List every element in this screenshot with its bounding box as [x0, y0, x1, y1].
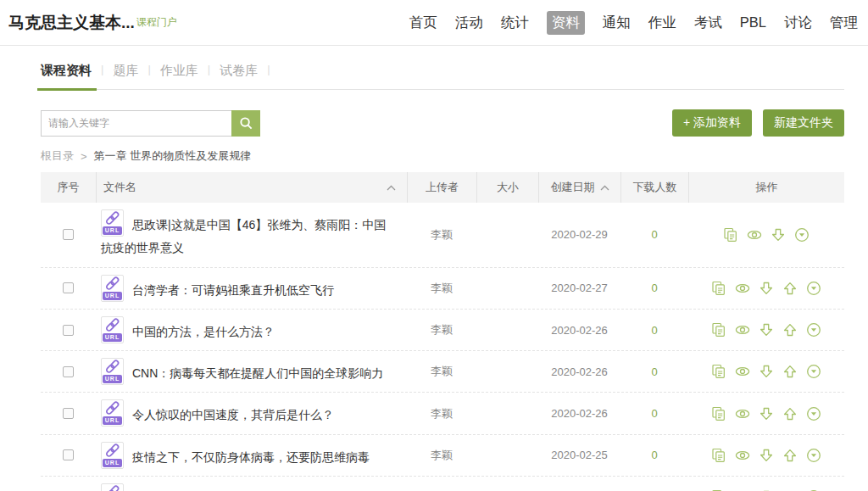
- arrow-up-icon[interactable]: [782, 406, 798, 421]
- new-folder-button[interactable]: 新建文件夹: [763, 109, 844, 137]
- file-name-link[interactable]: 台湾学者：可请妈祖乘直升机低空飞行: [132, 283, 334, 297]
- row-date-cell: 2020-02-26: [538, 407, 620, 420]
- more-dropdown-icon[interactable]: [806, 448, 821, 463]
- tab[interactable]: 试卷库: [220, 63, 258, 89]
- column-date-label: 创建日期: [551, 180, 595, 195]
- row-uploader-cell: 李颖: [407, 406, 476, 421]
- more-dropdown-icon[interactable]: [794, 227, 810, 243]
- arrow-down-icon[interactable]: [759, 322, 774, 338]
- breadcrumb-root[interactable]: 根目录: [41, 148, 74, 164]
- preview-eye-icon[interactable]: [735, 364, 750, 379]
- search-button[interactable]: [231, 110, 260, 137]
- arrow-up-icon[interactable]: [782, 281, 798, 296]
- url-badge: URL: [103, 333, 122, 342]
- nav-item[interactable]: PBL: [740, 14, 766, 31]
- row-filename-cell: URL 思政课|这就是中国【46】张维为、蔡雨阳：中国抗疫的世界意义: [96, 209, 407, 260]
- preview-eye-icon[interactable]: [735, 406, 750, 421]
- nav-item[interactable]: 通知: [603, 14, 631, 32]
- column-date[interactable]: 创建日期: [538, 172, 620, 203]
- preview-eye-icon[interactable]: [735, 448, 750, 463]
- copy-icon[interactable]: [711, 322, 726, 338]
- row-actions-cell: [688, 448, 844, 463]
- row-uploader-cell: 李颖: [407, 322, 476, 338]
- nav-item[interactable]: 资料: [547, 11, 585, 35]
- row-uploader-cell: 李颖: [407, 281, 476, 296]
- search-input[interactable]: [41, 110, 231, 137]
- add-material-button[interactable]: + 添加资料: [672, 109, 752, 137]
- row-date-cell: 2020-02-25: [538, 449, 620, 461]
- row-actions-cell: [688, 281, 844, 296]
- more-dropdown-icon[interactable]: [806, 406, 821, 421]
- row-actions-cell: [688, 406, 844, 421]
- nav-item[interactable]: 管理: [830, 14, 858, 32]
- arrow-down-icon[interactable]: [759, 281, 774, 296]
- arrow-up-icon[interactable]: [782, 322, 798, 338]
- arrow-down-icon[interactable]: [759, 406, 774, 421]
- tab[interactable]: 作业库: [160, 63, 198, 89]
- url-file-icon: URL: [101, 358, 124, 385]
- preview-eye-icon[interactable]: [735, 281, 750, 296]
- tab[interactable]: 课程资料: [41, 63, 92, 89]
- row-checkbox[interactable]: [63, 325, 74, 336]
- row-downloads-cell: 0: [620, 449, 688, 461]
- row-downloads-cell: 0: [620, 324, 688, 337]
- copy-icon[interactable]: [711, 406, 726, 421]
- file-name-link[interactable]: CNN：病毒每天都在提醒人们中国的全球影响力: [132, 366, 383, 380]
- nav-item[interactable]: 考试: [694, 14, 722, 32]
- copy-icon[interactable]: [723, 227, 738, 243]
- arrow-down-icon[interactable]: [771, 227, 786, 243]
- row-filename-cell: URL 台湾学者：可请妈祖乘直升机低空飞行: [96, 275, 407, 302]
- row-date-cell: 2020-02-26: [538, 365, 620, 378]
- arrow-up-icon[interactable]: [782, 364, 798, 379]
- copy-icon[interactable]: [711, 364, 726, 379]
- row-checkbox[interactable]: [63, 449, 74, 460]
- arrow-up-icon[interactable]: [782, 448, 798, 463]
- tab-separator: |: [138, 63, 159, 89]
- nav-item[interactable]: 统计: [501, 14, 529, 32]
- nav-item[interactable]: 讨论: [784, 14, 812, 32]
- row-actions-cell: [688, 364, 844, 379]
- row-checkbox[interactable]: [63, 229, 74, 240]
- url-file-icon: URL: [101, 442, 124, 469]
- table-body: URL 思政课|这就是中国【46】张维为、蔡雨阳：中国抗疫的世界意义 李颖 20…: [41, 203, 844, 491]
- more-dropdown-icon[interactable]: [806, 364, 821, 379]
- row-filename-cell: URL 令人惊叹的中国速度，其背后是什么？: [96, 399, 407, 427]
- more-dropdown-icon[interactable]: [806, 281, 821, 296]
- table-row: URL 蝗虫振动翅膀，引起一场飓风。 李颖 2020-02-22 0: [41, 477, 844, 491]
- column-size: 大小: [476, 172, 538, 203]
- sort-caret-icon[interactable]: [600, 185, 609, 191]
- arrow-down-icon[interactable]: [759, 448, 774, 463]
- file-name-link[interactable]: 思政课|这就是中国【46】张维为、蔡雨阳：中国抗疫的世界意义: [101, 218, 386, 254]
- breadcrumb: 根目录 > 第一章 世界的物质性及发展规律: [41, 148, 844, 164]
- sort-caret-icon[interactable]: [387, 185, 396, 191]
- file-name-link[interactable]: 中国的方法，是什么方法？: [132, 325, 275, 338]
- nav-item[interactable]: 作业: [648, 14, 676, 32]
- copy-icon[interactable]: [711, 281, 726, 296]
- copy-icon[interactable]: [711, 448, 726, 463]
- preview-eye-icon[interactable]: [747, 227, 762, 243]
- more-dropdown-icon[interactable]: [806, 322, 821, 338]
- nav-item[interactable]: 活动: [455, 14, 483, 32]
- column-filename[interactable]: 文件名: [96, 172, 407, 203]
- file-name-link[interactable]: 令人惊叹的中国速度，其背后是什么？: [132, 408, 334, 421]
- url-file-icon: URL: [101, 483, 124, 491]
- preview-eye-icon[interactable]: [735, 322, 750, 338]
- row-checkbox[interactable]: [63, 282, 74, 293]
- portal-link[interactable]: 课程门户: [136, 15, 177, 30]
- nav-item[interactable]: 首页: [409, 14, 437, 32]
- tab-bar: 课程资料 | 题库 | 作业库 | 试卷库 |: [41, 63, 844, 90]
- row-checkbox[interactable]: [63, 408, 74, 419]
- tab[interactable]: 题库: [113, 63, 138, 89]
- column-filename-label: 文件名: [103, 180, 136, 195]
- row-checkbox[interactable]: [63, 366, 74, 377]
- column-seq: 序号: [41, 172, 96, 203]
- row-seq-cell: [41, 408, 96, 419]
- table-header: 序号 文件名 上传者 大小 创建日期 下载人数 操作: [41, 172, 844, 203]
- url-file-icon: URL: [101, 399, 124, 427]
- row-filename-cell: URL 疫情之下，不仅防身体病毒，还要防思维病毒: [96, 442, 407, 469]
- file-name-link[interactable]: 疫情之下，不仅防身体病毒，还要防思维病毒: [132, 450, 370, 464]
- magnifier-icon: [239, 116, 253, 131]
- search-box: [41, 110, 260, 137]
- row-date-cell: 2020-02-29: [538, 228, 620, 241]
- arrow-down-icon[interactable]: [759, 364, 774, 379]
